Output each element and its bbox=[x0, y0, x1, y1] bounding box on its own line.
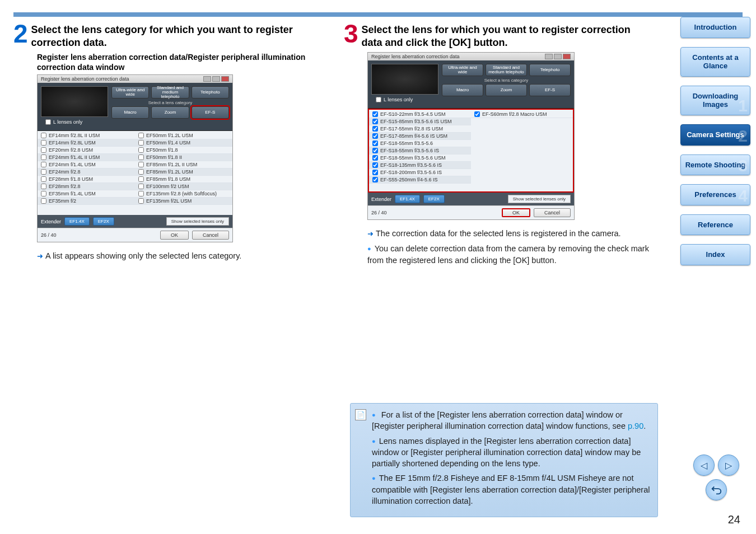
lens-checkbox[interactable] bbox=[372, 162, 378, 168]
cat-standard[interactable]: Standard and medium telephoto bbox=[151, 86, 189, 99]
show-selected-only[interactable]: Show selected lenses only bbox=[166, 217, 229, 226]
nav-contents[interactable]: Contents at a Glance bbox=[680, 47, 750, 77]
lens-checkbox[interactable] bbox=[138, 140, 144, 146]
lens-row[interactable]: EF-S55-250mm f/4-5.6 IS bbox=[369, 176, 471, 184]
lens-row[interactable]: EF24mm f/2.8 bbox=[38, 168, 135, 176]
lens-checkbox[interactable] bbox=[41, 176, 46, 182]
nav-introduction[interactable]: Introduction bbox=[680, 17, 750, 38]
lens-row[interactable]: EF-S18-55mm f/3.5-5.6 bbox=[369, 140, 471, 147]
cat-telephoto[interactable]: Telephoto bbox=[192, 86, 229, 99]
lens-row[interactable]: EF14mm f/2.8L USM bbox=[38, 139, 135, 147]
lens-row[interactable]: EF50mm f/1.4 USM bbox=[135, 139, 232, 147]
lens-row[interactable]: EF135mm f/2L USM bbox=[135, 198, 232, 205]
nav-reference[interactable]: Reference bbox=[680, 214, 750, 236]
show-selected-only[interactable]: Show selected lenses only bbox=[508, 195, 571, 203]
lens-row[interactable]: EF-S18-200mm f/3.5-5.6 IS bbox=[369, 169, 471, 176]
lens-checkbox[interactable] bbox=[372, 177, 378, 182]
cat-efs[interactable]: EF-S bbox=[529, 84, 571, 96]
info-bullet-1b: . bbox=[643, 421, 646, 430]
lens-row[interactable]: EF24mm f/1.4L USM bbox=[38, 161, 135, 168]
lens-row[interactable]: EF135mm f/2.8 (with Softfocus) bbox=[135, 190, 232, 198]
lens-checkbox[interactable] bbox=[41, 169, 46, 175]
cat-zoom[interactable]: Zoom bbox=[486, 84, 527, 96]
l-lenses-only-checkbox[interactable] bbox=[45, 119, 51, 125]
lens-checkbox[interactable] bbox=[138, 162, 144, 167]
lens-row[interactable]: EF-S17-85mm f/4-5.6 IS USM bbox=[369, 133, 471, 140]
l-lenses-only-checkbox[interactable] bbox=[376, 97, 381, 102]
lens-row[interactable]: EF-S10-22mm f/3.5-4.5 USM bbox=[369, 111, 471, 118]
nav-remote-shooting[interactable]: Remote Shooting3 bbox=[680, 154, 750, 176]
lens-row[interactable]: EF28mm f/2.8 bbox=[38, 183, 135, 190]
lens-checkbox[interactable] bbox=[372, 111, 378, 117]
lens-checkbox[interactable] bbox=[372, 119, 378, 124]
prev-page-button[interactable]: ◁ bbox=[693, 455, 715, 476]
lens-checkbox[interactable] bbox=[138, 176, 144, 182]
cat-standard[interactable]: Standard and medium telephoto bbox=[486, 64, 527, 76]
lens-row[interactable]: EF85mm f/1.8 USM bbox=[135, 176, 232, 183]
lens-row[interactable]: EF35mm f/2 bbox=[38, 198, 135, 205]
cat-macro[interactable]: Macro bbox=[111, 106, 149, 119]
cat-ultra-wide[interactable]: Ultra-wide and wide bbox=[442, 64, 483, 76]
cancel-button[interactable]: Cancel bbox=[192, 231, 229, 240]
lens-row[interactable]: EF-S17-55mm f/2.8 IS USM bbox=[369, 125, 471, 133]
lens-checkbox[interactable] bbox=[41, 154, 46, 160]
lens-row[interactable]: EF-S15-85mm f/3.5-5.6 IS USM bbox=[369, 118, 471, 125]
lens-row[interactable]: EF85mm f/1.2L USM bbox=[135, 168, 232, 176]
lens-checkbox[interactable] bbox=[41, 184, 46, 189]
nav-camera-settings[interactable]: Camera Settings2 bbox=[680, 124, 750, 146]
lens-row[interactable]: EF-S18-55mm f/3.5-5.6 USM bbox=[369, 154, 471, 162]
lens-checkbox[interactable] bbox=[41, 133, 46, 138]
return-button[interactable] bbox=[706, 479, 727, 500]
lens-checkbox[interactable] bbox=[138, 198, 144, 204]
next-page-button[interactable]: ▷ bbox=[718, 455, 739, 476]
lens-row[interactable]: EF28mm f/1.8 USM bbox=[38, 176, 135, 183]
cat-macro[interactable]: Macro bbox=[442, 84, 483, 96]
lens-checkbox[interactable] bbox=[138, 154, 144, 160]
lens-checkbox[interactable] bbox=[372, 148, 378, 153]
lens-checkbox[interactable] bbox=[138, 169, 144, 175]
nav-index[interactable]: Index bbox=[680, 244, 750, 265]
extender-14x[interactable]: EF1.4X bbox=[395, 195, 420, 203]
cat-telephoto[interactable]: Telephoto bbox=[529, 64, 571, 76]
lens-checkbox[interactable] bbox=[372, 170, 378, 175]
lens-row[interactable]: EF85mm f/1.2L II USM bbox=[135, 161, 232, 168]
ok-button[interactable]: OK bbox=[160, 231, 189, 240]
lens-row[interactable]: EF100mm f/2 USM bbox=[135, 183, 232, 190]
extender-2x[interactable]: EF2X bbox=[423, 195, 445, 203]
lens-row[interactable]: EF24mm f/1.4L II USM bbox=[38, 154, 135, 161]
cat-efs[interactable]: EF-S bbox=[192, 106, 229, 119]
cancel-button[interactable]: Cancel bbox=[534, 208, 571, 217]
cat-zoom[interactable]: Zoom bbox=[151, 106, 189, 119]
lens-row[interactable]: EF20mm f/2.8 USM bbox=[38, 147, 135, 154]
lens-checkbox[interactable] bbox=[372, 133, 378, 139]
lens-row[interactable]: EF50mm f/1.8 bbox=[135, 147, 232, 154]
lens-checkbox[interactable] bbox=[138, 133, 144, 138]
lens-checkbox[interactable] bbox=[372, 126, 378, 132]
lens-checkbox[interactable] bbox=[372, 140, 378, 146]
lens-checkbox[interactable] bbox=[41, 191, 46, 196]
nav-downloading-images[interactable]: Downloading Images1 bbox=[680, 86, 750, 115]
info-link-p90[interactable]: p.90 bbox=[628, 421, 643, 430]
lens-checkbox[interactable] bbox=[372, 155, 378, 161]
lens-checkbox[interactable] bbox=[41, 140, 46, 146]
lens-checkbox[interactable] bbox=[474, 111, 480, 117]
nav-preferences[interactable]: Preferences4 bbox=[680, 184, 750, 205]
lens-row[interactable]: EF-S18-55mm f/3.5-5.6 IS bbox=[369, 147, 471, 154]
lens-checkbox[interactable] bbox=[138, 147, 144, 153]
lens-row[interactable]: EF50mm f/1.8 II bbox=[135, 154, 232, 161]
lens-row[interactable]: EF-S60mm f/2.8 Macro USM bbox=[471, 111, 573, 118]
lens-checkbox[interactable] bbox=[138, 191, 144, 196]
lens-row[interactable]: EF35mm f/1.4L USM bbox=[38, 190, 135, 198]
extender-14x[interactable]: EF1.4X bbox=[64, 217, 90, 226]
lens-checkbox[interactable] bbox=[138, 184, 144, 189]
lens-checkbox[interactable] bbox=[41, 147, 46, 153]
lens-row[interactable]: EF-S18-135mm f/3.5-5.6 IS bbox=[369, 162, 471, 169]
lens-checkbox[interactable] bbox=[41, 162, 46, 167]
cat-ultra-wide[interactable]: Ultra-wide and wide bbox=[111, 86, 149, 99]
lens-row[interactable]: EF14mm f/2.8L II USM bbox=[38, 132, 135, 139]
extender-2x[interactable]: EF2X bbox=[93, 217, 114, 226]
lens-checkbox[interactable] bbox=[41, 198, 46, 204]
ok-button[interactable]: OK bbox=[502, 208, 530, 217]
lens-row[interactable]: EF50mm f/1.2L USM bbox=[135, 132, 232, 139]
lens-name: EF-S17-85mm f/4-5.6 IS USM bbox=[380, 133, 447, 139]
